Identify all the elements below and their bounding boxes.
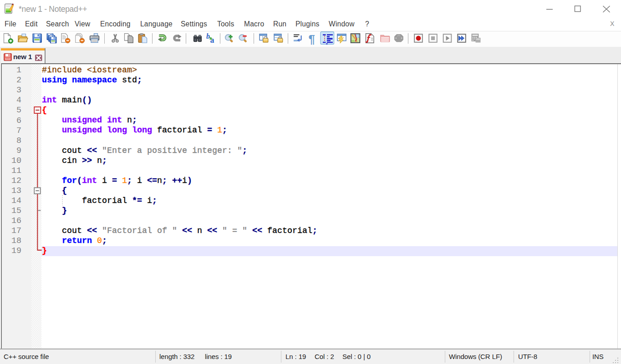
svg-text:b: b <box>206 32 210 40</box>
svg-text:¶: ¶ <box>309 32 315 46</box>
svg-text:a: a <box>210 35 214 45</box>
